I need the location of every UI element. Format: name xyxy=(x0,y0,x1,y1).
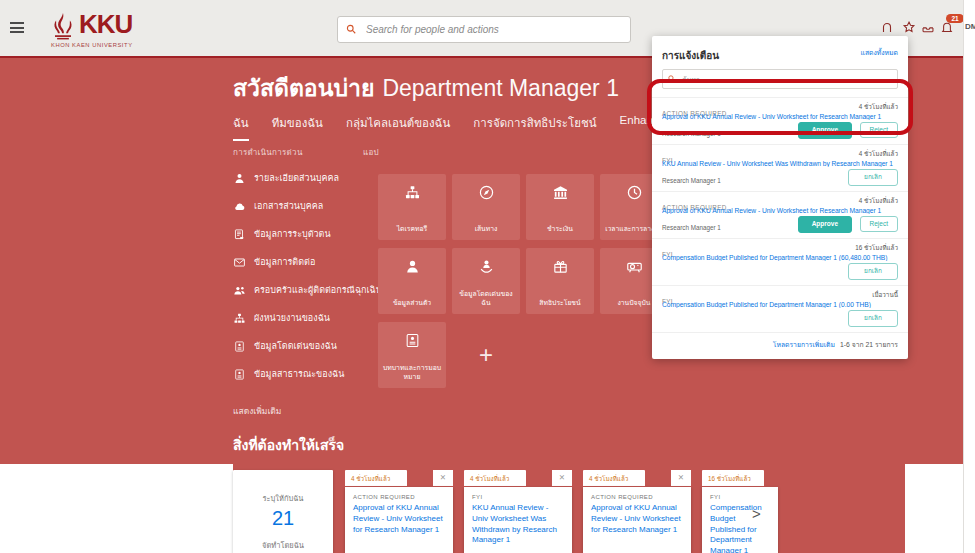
logo-subtitle: KHON KAEN UNIVERSITY xyxy=(51,42,133,48)
notification-title-link[interactable]: Approval of KKU Annual Review - Univ Wor… xyxy=(662,207,898,214)
tab-3[interactable]: กลุ่มไคลเอนต์ของฉัน xyxy=(346,114,450,141)
compass-icon xyxy=(478,184,495,201)
notifications-footer: โหลดรายการเพิ่มเติม1-6 จาก 21 รายการ xyxy=(652,332,908,357)
quick-action-item[interactable]: เอกสารส่วนบุคคล xyxy=(233,192,359,220)
quick-action-label: ข้อมูลโดดเด่นของฉัน xyxy=(254,339,337,353)
envelope-icon xyxy=(233,256,246,269)
quick-action-item[interactable]: ครอบครัวและผู้ติดต่อกรณีฉุกเฉิน xyxy=(233,276,359,304)
logo-acronym: KKU xyxy=(79,9,132,40)
notification-item: 16 ชั่วโมงที่แล้วFYICompensation Budget … xyxy=(652,238,908,285)
app-tile-label: ข้อมูลส่วนตัว xyxy=(381,299,443,308)
tab-4[interactable]: การจัดการสิทธิประโยชน์ xyxy=(473,114,596,141)
quick-actions-list: รายละเอียดส่วนบุคคลเอกสารส่วนบุคคลข้อมูล… xyxy=(233,164,359,388)
app-tile-label: บทบาทและการมอบหมาย xyxy=(381,364,443,382)
close-icon[interactable]: ✕ xyxy=(552,470,572,486)
quick-action-item[interactable]: ข้อมูลโดดเด่นของฉัน xyxy=(233,332,359,360)
quick-action-label: ข้อมูลสาธารณะของฉัน xyxy=(254,367,344,381)
todo-card-timestamp: 4 ชั่วโมงที่แล้ว xyxy=(464,470,526,484)
app-tile[interactable]: ไดเรคทอรี xyxy=(378,174,446,240)
app-tile[interactable]: ข้อมูลโดดเด่นของฉัน xyxy=(452,248,520,314)
dismiss-button[interactable]: ยกเลิก xyxy=(848,310,898,327)
todo-card-title-link[interactable]: KKU Annual Review - Univ Worksheet Was W… xyxy=(472,503,564,546)
todo-card-timestamp: 4 ชั่วโมงที่แล้ว xyxy=(345,470,407,484)
reject-button[interactable]: Reject xyxy=(860,216,898,232)
dismiss-button[interactable]: ยกเลิก xyxy=(848,263,898,280)
app-tile[interactable]: เส้นทาง xyxy=(452,174,520,240)
notification-count-badge: 21 xyxy=(946,14,964,23)
quick-action-label: ครอบครัวและผู้ติดต่อกรณีฉุกเฉิน xyxy=(254,283,382,297)
greeting-text: สวัสดีตอนบ่าย xyxy=(233,75,374,101)
clock-icon xyxy=(626,184,643,201)
inbox-icon[interactable] xyxy=(921,20,935,34)
notifications-search-input[interactable] xyxy=(680,71,909,87)
quick-action-item[interactable]: ข้อมูลการติดต่อ xyxy=(233,248,359,276)
todo-section-title: สิ่งที่ต้องทำให้เสร็จ xyxy=(233,434,344,456)
cloud-icon xyxy=(233,200,246,213)
quick-action-item[interactable]: ข้อมูลการระบุตัวตน xyxy=(233,220,359,248)
tab-1[interactable]: ฉัน xyxy=(233,114,249,141)
todo-card[interactable]: ACTION REQUIREDApproval of KKU Annual Re… xyxy=(583,487,691,553)
todo-card-timestamp-tab: 4 ชั่วโมงที่แล้ว xyxy=(345,470,407,486)
todo-card-title-link[interactable]: Compensation Budget Published for Depart… xyxy=(710,503,770,553)
todo-stats-card[interactable]: ระบุให้กับฉัน 21 จัดทำโดยฉัน xyxy=(233,470,333,553)
notification-title-link[interactable]: KKU Annual Review - Univ Worksheet Was W… xyxy=(662,160,898,167)
todo-card-title-link[interactable]: Approval of KKU Annual Review - Univ Wor… xyxy=(353,503,445,535)
app-tile[interactable]: ชำระเงิน xyxy=(526,174,594,240)
approve-button[interactable]: Approve xyxy=(798,216,852,233)
todo-card[interactable]: FYICompensation Budget Published for Dep… xyxy=(702,487,778,553)
view-all-link[interactable]: แสดงทั้งหมด xyxy=(861,47,898,58)
notification-timestamp: 4 ชั่วโมงที่แล้ว xyxy=(859,102,898,112)
add-apps-button[interactable]: + xyxy=(452,322,520,388)
kku-logo[interactable]: KKU KHON KAEN UNIVERSITY xyxy=(50,9,190,55)
app-tile-label: ไดเรคทอรี xyxy=(381,225,443,234)
todo-card-title-link[interactable]: Approval of KKU Annual Review - Univ Wor… xyxy=(591,503,683,535)
carousel-next-icon[interactable]: > xyxy=(752,505,761,522)
quick-action-item[interactable]: ข้อมูลสาธารณะของฉัน xyxy=(233,360,359,388)
tab-2[interactable]: ทีมของฉัน xyxy=(272,114,323,141)
notification-item: 4 ชั่วโมงที่แล้วFYIKKU Annual Review - U… xyxy=(652,144,908,191)
greeting-user: Department Manager 1 xyxy=(382,75,619,101)
approve-button[interactable]: Approve xyxy=(798,122,852,139)
top-bar-icons: 21 xyxy=(880,20,960,36)
quick-action-item[interactable]: รายละเอียดส่วนบุคคล xyxy=(233,164,359,192)
todo-card-timestamp-tab: 4 ชั่วโมงที่แล้ว xyxy=(583,470,645,486)
app-tile[interactable]: ข้อมูลส่วนตัว xyxy=(378,248,446,314)
todo-card[interactable]: ACTION REQUIREDApproval of KKU Annual Re… xyxy=(345,487,453,553)
show-more-link[interactable]: แสดงเพิ่มเติม xyxy=(233,404,281,418)
close-icon[interactable]: ✕ xyxy=(671,470,691,486)
org-chart-icon xyxy=(233,312,246,325)
app-tile[interactable]: บทบาทและการมอบหมาย xyxy=(378,322,446,388)
profile-icon[interactable] xyxy=(880,20,894,34)
quick-action-label: ข้อมูลการติดต่อ xyxy=(254,255,315,269)
load-more-link[interactable]: โหลดรายการเพิ่มเติม xyxy=(773,341,835,348)
quick-action-label: ผังหน่วยงานของฉัน xyxy=(254,311,330,325)
notification-title-link[interactable]: Compensation Budget Published for Depart… xyxy=(662,254,898,261)
notification-title-link[interactable]: Compensation Budget Published for Depart… xyxy=(662,301,898,308)
dismiss-button[interactable]: ยกเลิก xyxy=(848,169,898,186)
right-edge-panel: DM xyxy=(963,0,975,553)
notification-title-link[interactable]: Approval of KKU Annual Review - Univ Wor… xyxy=(662,113,898,120)
notification-timestamp: เมื่อวานนี้ xyxy=(872,290,898,300)
todo-card[interactable]: FYIKKU Annual Review - Univ Worksheet Wa… xyxy=(464,487,572,553)
star-icon[interactable] xyxy=(902,20,916,34)
profile-avatar[interactable]: DM xyxy=(965,22,975,31)
notification-subject: Research Manager 1 xyxy=(662,130,721,137)
projector-icon xyxy=(626,258,643,275)
search-input[interactable] xyxy=(364,18,623,41)
quick-action-label: เอกสารส่วนบุคคล xyxy=(254,199,323,213)
todo-card-timestamp-tab: 4 ชั่วโมงที่แล้ว xyxy=(464,470,526,486)
search-icon xyxy=(345,23,357,35)
id-badge-icon xyxy=(233,368,246,381)
id-badge-icon xyxy=(233,340,246,353)
id-card-icon xyxy=(404,332,421,349)
kku-flame-icon xyxy=(50,12,76,44)
close-icon[interactable]: ✕ xyxy=(433,470,453,486)
quick-action-item[interactable]: ผังหน่วยงานของฉัน xyxy=(233,304,359,332)
todo-card-type-label: ACTION REQUIRED xyxy=(353,494,445,500)
reject-button[interactable]: Reject xyxy=(860,122,898,138)
menu-icon[interactable] xyxy=(10,22,24,34)
todo-card-timestamp-tab: 16 ชั่วโมงที่แล้ว xyxy=(702,470,764,486)
todo-card-type-label: FYI xyxy=(472,494,564,500)
quick-action-label: รายละเอียดส่วนบุคคล xyxy=(254,171,339,185)
app-tile[interactable]: สิทธิประโยชน์ xyxy=(526,248,594,314)
